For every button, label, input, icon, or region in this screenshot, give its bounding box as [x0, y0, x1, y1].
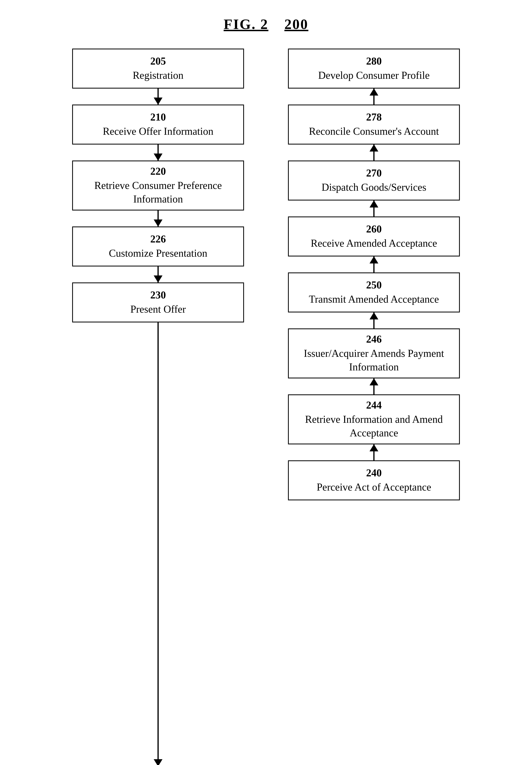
left-column: 205 Registration 210 Receive Offer Infor…: [68, 49, 248, 765]
arrow-250-to-260: [373, 257, 374, 273]
arrow-205-to-210: [158, 89, 159, 105]
box-226-number: 226: [150, 233, 166, 245]
box-280-number: 280: [366, 55, 382, 67]
box-220-label: Retrieve Consumer Preference Information: [79, 179, 237, 206]
diagram-wrapper: 205 Registration 210 Receive Offer Infor…: [0, 49, 532, 765]
box-250-number: 250: [366, 279, 382, 291]
arrow-260-to-270: [373, 201, 374, 217]
box-260-number: 260: [366, 223, 382, 235]
arrow-230-to-236: [158, 323, 159, 765]
arrow-270-to-278: [373, 145, 374, 161]
box-270: 270 Dispatch Goods/Services: [288, 161, 460, 201]
box-226: 226 Customize Presentation: [72, 227, 244, 267]
box-246: 246 Issuer/Acquirer Amends Payment Infor…: [288, 329, 460, 379]
box-244: 244 Retrieve Information and Amend Accep…: [288, 394, 460, 444]
box-244-label: Retrieve Information and Amend Acceptanc…: [295, 412, 453, 439]
box-270-number: 270: [366, 167, 382, 179]
box-280-label: Develop Consumer Profile: [318, 69, 429, 82]
arrow-244-to-246: [373, 379, 374, 394]
box-240-number: 240: [366, 467, 382, 479]
box-260: 260 Receive Amended Acceptance: [288, 217, 460, 257]
box-230: 230 Present Offer: [72, 283, 244, 323]
box-220: 220 Retrieve Consumer Preference Informa…: [72, 161, 244, 211]
box-246-label: Issuer/Acquirer Amends Payment Informati…: [295, 347, 453, 374]
box-270-label: Dispatch Goods/Services: [321, 181, 426, 194]
box-278-label: Reconcile Consumer's Account: [309, 125, 439, 138]
box-210: 210 Receive Offer Information: [72, 105, 244, 145]
box-205-label: Registration: [133, 69, 184, 82]
arrow-220-to-226: [158, 211, 159, 227]
fig-title: FIG. 2: [224, 16, 268, 33]
arrow-278-to-280: [373, 89, 374, 105]
arrow-246-to-250: [373, 313, 374, 329]
box-250: 250 Transmit Amended Acceptance: [288, 273, 460, 313]
box-240: 240 Perceive Act of Acceptance: [288, 460, 460, 500]
page-header: FIG. 2 200: [224, 16, 308, 33]
box-278: 278 Reconcile Consumer's Account: [288, 105, 460, 145]
box-240-label: Perceive Act of Acceptance: [316, 480, 431, 494]
box-205: 205 Registration: [72, 49, 244, 89]
box-226-label: Customize Presentation: [109, 247, 207, 260]
box-220-number: 220: [150, 165, 166, 177]
box-260-label: Receive Amended Acceptance: [311, 237, 437, 250]
box-230-label: Present Offer: [130, 303, 186, 316]
box-230-number: 230: [150, 289, 166, 301]
box-210-number: 210: [150, 111, 166, 123]
arrow-210-to-220: [158, 145, 159, 161]
diagram-container: 205 Registration 210 Receive Offer Infor…: [0, 49, 532, 765]
arrow-226-to-230: [158, 267, 159, 283]
box-246-number: 246: [366, 333, 382, 345]
box-278-number: 278: [366, 111, 382, 123]
box-205-number: 205: [150, 55, 166, 67]
right-column: 280 Develop Consumer Profile 278 Reconci…: [284, 49, 464, 500]
box-244-number: 244: [366, 399, 382, 411]
box-280: 280 Develop Consumer Profile: [288, 49, 460, 89]
arrow-240-to-244: [373, 444, 374, 460]
fig-number: 200: [284, 16, 308, 33]
box-210-label: Receive Offer Information: [103, 125, 213, 138]
box-250-label: Transmit Amended Acceptance: [309, 293, 439, 306]
